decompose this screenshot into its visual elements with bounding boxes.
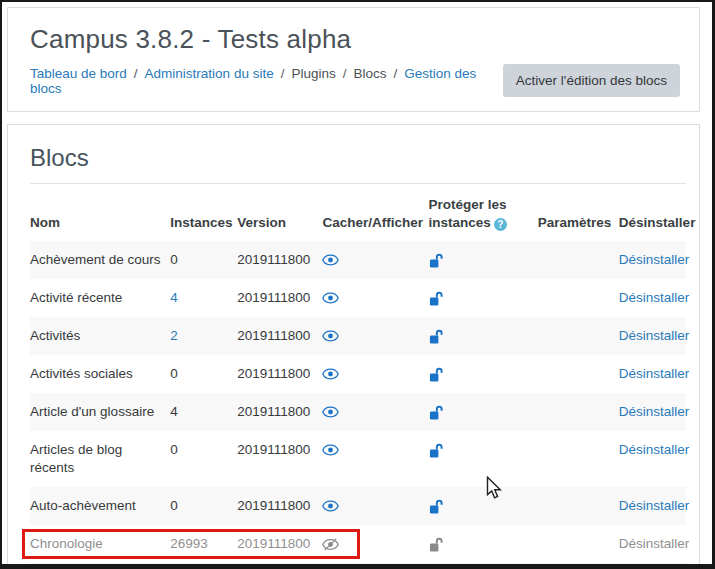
settings-cell <box>538 317 619 355</box>
column-header-cacher-afficher: Cacher/Afficher <box>322 184 428 241</box>
table-body: Achèvement de cours02019111800 Désinstal… <box>30 241 686 563</box>
breadcrumb-separator: / <box>281 66 285 81</box>
instances-count: 4 <box>170 404 178 419</box>
section-heading: Blocs <box>30 144 683 172</box>
block-name: Activité récente <box>30 290 122 305</box>
block-name: Achèvement de cours <box>30 252 161 267</box>
block-name: Article d'un glossaire <box>30 404 154 419</box>
page-header-card: Campus 3.8.2 - Tests alpha Tableau de bo… <box>7 7 700 112</box>
instances-count-link[interactable]: 2 <box>170 328 178 343</box>
table-row: Chronologie269932019111800 Désinstaller <box>30 525 686 563</box>
eye-icon[interactable] <box>322 292 339 304</box>
version-number: 2019111800 <box>237 404 310 419</box>
eye-icon[interactable] <box>322 330 339 342</box>
column-label: Cacher/Afficher <box>322 215 423 230</box>
breadcrumb: Tableau de bord/Administration du site/P… <box>30 66 503 96</box>
column-header-nom: Nom <box>30 184 170 241</box>
block-name: Auto-achèvement <box>30 498 136 513</box>
unlock-icon[interactable] <box>429 405 444 420</box>
version-number: 2019111800 <box>237 498 310 513</box>
settings-cell <box>538 525 619 563</box>
column-header-proteger-les-instances: Protéger les instances? <box>429 184 538 241</box>
table-row: Activités sociales02019111800 Désinstall… <box>30 355 686 393</box>
question-circle-icon[interactable]: ? <box>494 218 507 231</box>
unlock-icon[interactable] <box>429 329 444 344</box>
uninstall-link[interactable]: Désinstaller <box>619 498 690 513</box>
eye-slash-icon[interactable] <box>322 538 339 551</box>
header-row: Tableau de bord/Administration du site/P… <box>30 64 683 97</box>
block-name: Articles de blog récents <box>30 442 122 475</box>
breadcrumb-item[interactable]: Administration du site <box>145 66 274 81</box>
unlock-icon[interactable] <box>429 253 444 268</box>
settings-cell <box>538 393 619 431</box>
version-number: 2019111800 <box>237 536 310 551</box>
column-label: Version <box>237 215 286 230</box>
column-label: Instances <box>170 215 232 230</box>
eye-icon[interactable] <box>322 406 339 418</box>
eye-icon[interactable] <box>322 444 339 456</box>
column-header-parametres: Paramètres <box>538 184 619 241</box>
uninstall-link[interactable]: Désinstaller <box>619 366 690 381</box>
column-label: Nom <box>30 215 60 230</box>
instances-count-link[interactable]: 4 <box>170 290 178 305</box>
unlock-icon[interactable] <box>429 443 444 458</box>
column-header-instances: Instances <box>170 184 237 241</box>
blocks-table: NomInstancesVersionCacher/AfficherProtég… <box>30 184 686 563</box>
block-name: Chronologie <box>30 536 103 551</box>
version-number: 2019111800 <box>237 328 310 343</box>
column-header-desinstaller: Désinstaller <box>619 184 686 241</box>
instances-count: 0 <box>170 498 178 513</box>
column-label: Désinstaller <box>619 215 696 230</box>
page-title: Campus 3.8.2 - Tests alpha <box>30 24 683 55</box>
table-row: Auto-achèvement02019111800 Désinstaller <box>30 487 686 525</box>
uninstall-link[interactable]: Désinstaller <box>619 252 690 267</box>
breadcrumb-item: Plugins <box>291 66 335 81</box>
table-row: Achèvement de cours02019111800 Désinstal… <box>30 241 686 279</box>
uninstall-link[interactable]: Désinstaller <box>619 404 690 419</box>
version-number: 2019111800 <box>237 442 310 457</box>
table-row: Activités22019111800 Désinstaller <box>30 317 686 355</box>
version-number: 2019111800 <box>237 252 310 267</box>
breadcrumb-item: Blocs <box>353 66 386 81</box>
block-name: Activités sociales <box>30 366 133 381</box>
block-name: Activités <box>30 328 80 343</box>
breadcrumb-item[interactable]: Tableau de bord <box>30 66 127 81</box>
instances-count: 0 <box>170 366 178 381</box>
unlock-icon[interactable] <box>429 291 444 306</box>
version-number: 2019111800 <box>237 366 310 381</box>
edit-blocks-button[interactable]: Activer l'édition des blocs <box>503 64 680 97</box>
version-number: 2019111800 <box>237 290 310 305</box>
column-header-version: Version <box>237 184 322 241</box>
unlock-icon[interactable] <box>429 537 444 552</box>
main-content-card: Blocs NomInstancesVersionCacher/Afficher… <box>7 124 700 565</box>
breadcrumb-separator: / <box>343 66 347 81</box>
settings-cell <box>538 279 619 317</box>
column-label: Paramètres <box>538 215 612 230</box>
breadcrumb-separator: / <box>134 66 138 81</box>
unlock-icon[interactable] <box>429 499 444 514</box>
uninstall-link[interactable]: Désinstaller <box>619 442 690 457</box>
next-row-sliver <box>30 563 686 565</box>
settings-cell <box>538 241 619 279</box>
settings-cell <box>538 431 619 487</box>
instances-count: 26993 <box>170 536 208 551</box>
page: { "header": { "title": "Campus 3.8.2 - T… <box>0 0 715 569</box>
uninstall-link[interactable]: Désinstaller <box>619 536 690 551</box>
table-row: Article d'un glossaire42019111800 Désins… <box>30 393 686 431</box>
table-row: Articles de blog récents02019111800 Dési… <box>30 431 686 487</box>
table-header-row: NomInstancesVersionCacher/AfficherProtég… <box>30 184 686 241</box>
uninstall-link[interactable]: Désinstaller <box>619 328 690 343</box>
table-row: Activité récente42019111800 Désinstaller <box>30 279 686 317</box>
instances-count: 0 <box>170 442 178 457</box>
breadcrumb-separator: / <box>393 66 397 81</box>
settings-cell <box>538 355 619 393</box>
eye-icon[interactable] <box>322 254 339 266</box>
unlock-icon[interactable] <box>429 367 444 382</box>
eye-icon[interactable] <box>322 500 339 512</box>
instances-count: 0 <box>170 252 178 267</box>
uninstall-link[interactable]: Désinstaller <box>619 290 690 305</box>
eye-icon[interactable] <box>322 368 339 380</box>
settings-cell <box>538 487 619 525</box>
